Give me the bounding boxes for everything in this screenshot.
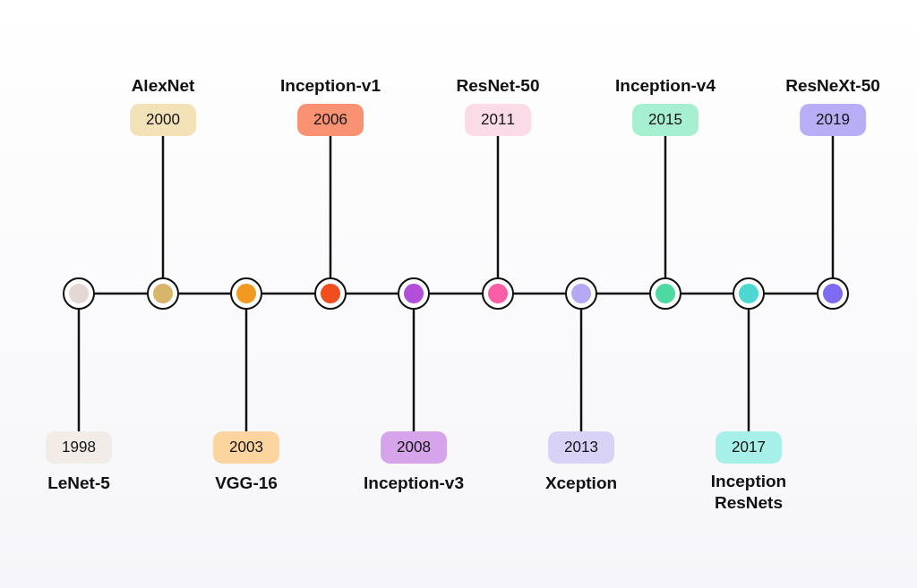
timeline-name-label: ResNeXt-50	[785, 76, 880, 96]
timeline-year-pill: 2000	[130, 104, 196, 136]
timeline-name-label: VGG-16	[215, 473, 278, 493]
timeline-year-pill: 2006	[297, 104, 364, 136]
timeline-node-dot	[488, 284, 508, 303]
timeline-node-dot	[739, 284, 758, 303]
timeline-node-dot	[321, 284, 340, 303]
timeline-node	[733, 277, 765, 310]
timeline-year-pill: 2008	[381, 431, 447, 464]
timeline-name-label: Inception-v1	[280, 76, 381, 96]
timeline-year-pill: 2011	[465, 104, 531, 136]
timeline-node-dot	[236, 284, 256, 303]
timeline-node-dot	[404, 284, 424, 303]
timeline-node	[817, 277, 849, 310]
timeline-node	[649, 277, 681, 310]
timeline-name-label: AlexNet	[132, 76, 195, 96]
timeline-node-dot	[656, 284, 675, 303]
timeline-name-label: Xception	[545, 473, 617, 493]
timeline-node-dot	[153, 284, 173, 303]
timeline-year-pill: 2015	[632, 104, 698, 136]
timeline-node	[63, 277, 95, 310]
timeline-year-pill: 2013	[548, 431, 614, 464]
timeline-node-dot	[823, 284, 843, 303]
timeline-diagram: 1998LeNet-52000AlexNet2003VGG-162006Ince…	[0, 0, 917, 588]
timeline-node-dot	[69, 284, 89, 303]
timeline-node	[565, 277, 597, 310]
timeline-year-pill: 2003	[213, 431, 279, 464]
timeline-node	[147, 277, 179, 310]
timeline-node	[398, 277, 430, 310]
timeline-name-label: LeNet-5	[47, 473, 110, 493]
timeline-year-pill: 2019	[800, 104, 866, 136]
timeline-name-label: Inception-v4	[615, 76, 716, 96]
timeline-name-label: Inception ResNets	[686, 471, 811, 514]
timeline-name-label: ResNet-50	[457, 76, 540, 96]
timeline-node-dot	[571, 284, 591, 303]
timeline-node	[230, 277, 262, 310]
timeline-node	[482, 277, 514, 310]
timeline-node	[314, 277, 347, 310]
timeline-year-pill: 2017	[716, 431, 782, 464]
timeline-year-pill: 1998	[46, 431, 112, 464]
timeline-name-label: Inception-v3	[364, 473, 464, 493]
